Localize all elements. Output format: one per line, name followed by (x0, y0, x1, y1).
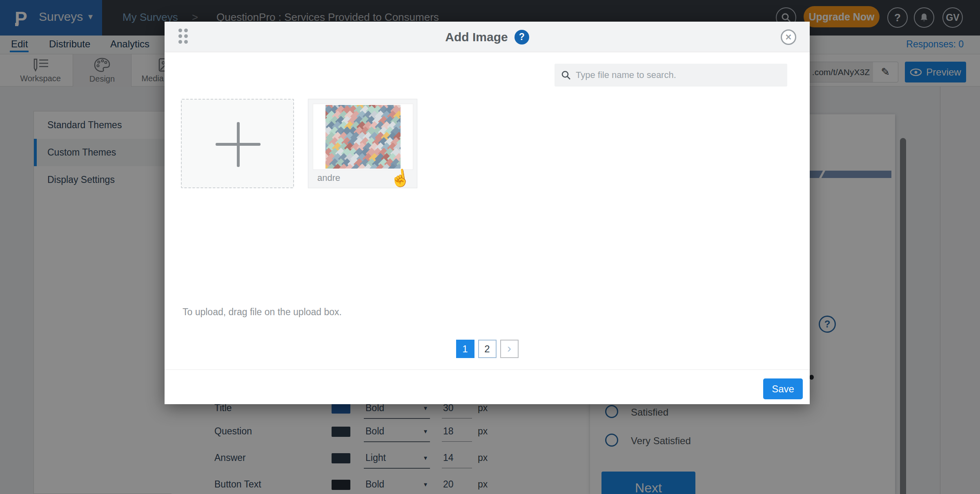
close-icon[interactable]: ✕ (781, 29, 796, 45)
upload-hint-text: To upload, drag file on the upload box. (183, 307, 342, 318)
modal-title: Add Image (445, 30, 508, 44)
plus-icon (237, 122, 240, 167)
search-icon (561, 70, 571, 80)
add-image-modal: Add Image ? ✕ andre ☝ To upload, drag fi… (165, 22, 810, 404)
save-button[interactable]: Save (763, 378, 803, 399)
modal-footer: Save (165, 369, 810, 404)
pagination: 1 2 › (165, 340, 810, 358)
search-input[interactable] (576, 70, 787, 80)
cursor-pointer-icon: ☝ (389, 167, 412, 189)
modal-help-icon[interactable]: ? (514, 30, 529, 45)
page-1-button[interactable]: 1 (456, 340, 474, 358)
mosaic-thumbnail-image (325, 105, 401, 169)
image-frame (313, 104, 413, 170)
file-search-box[interactable] (555, 64, 787, 87)
upload-dropzone[interactable] (181, 99, 294, 188)
modal-header: Add Image ? ✕ (165, 22, 810, 52)
page-2-button[interactable]: 2 (478, 340, 497, 358)
image-name-label: andre (317, 173, 340, 183)
next-page-button[interactable]: › (500, 340, 519, 358)
